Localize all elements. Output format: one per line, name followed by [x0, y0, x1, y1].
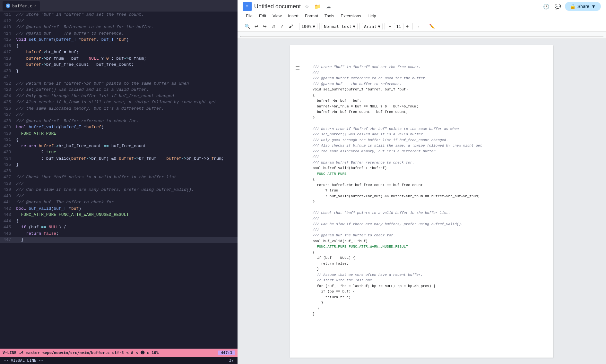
line-number: 418	[0, 55, 15, 62]
line-number: 416	[0, 43, 15, 49]
visual-line-label: -- VISUAL LINE --	[4, 358, 43, 363]
line-number: 412	[0, 18, 15, 24]
menu-help[interactable]: Help	[364, 12, 379, 20]
line-code: /// @param buf The buffer to reference.	[15, 30, 238, 37]
line-number: 420	[0, 68, 15, 74]
toolbar-divider-2	[319, 23, 320, 30]
line-code: ///	[15, 18, 238, 24]
line-code: /// @param buf The buffer to check for.	[15, 199, 238, 206]
redo-btn[interactable]: ↪	[261, 22, 269, 30]
code-table: 411/// Store "buf" in "bufref" and set t…	[0, 12, 238, 243]
gdocs-logo: ≡	[243, 2, 252, 11]
line-number: 425	[0, 99, 15, 106]
search-btn[interactable]: 🔍	[243, 22, 252, 30]
line-number: 437	[0, 174, 15, 181]
encoding: utf-8	[112, 351, 124, 355]
line-code: }	[15, 237, 238, 243]
cloud-button[interactable]: ☁	[325, 2, 332, 11]
style-value: Normal text	[324, 24, 351, 29]
gdocs-doc-title[interactable]: Untitled document	[254, 3, 301, 10]
line-number: 422	[0, 80, 15, 87]
font-size-increase-btn[interactable]: +	[404, 22, 411, 30]
menu-view[interactable]: View	[269, 12, 285, 20]
toolbar-divider-1	[297, 23, 297, 30]
line-number: 427	[0, 112, 15, 118]
folder-button[interactable]: 📁	[313, 2, 322, 11]
scroll-percent: 10%	[152, 351, 159, 355]
code-area[interactable]: 411/// Store "buf" in "bufref" and set t…	[0, 12, 238, 349]
sidebar-toggle[interactable]: ☰	[295, 64, 300, 72]
file-path: <epo/neovim/src/nvim/buffer.c	[42, 351, 110, 355]
menu-file[interactable]: File	[243, 12, 256, 20]
font-value: Arial	[364, 24, 377, 29]
menu-tools[interactable]: Tools	[321, 12, 337, 20]
line-code: /// the same allocated memory, but it's …	[15, 106, 238, 112]
print-btn[interactable]: 🖨	[269, 22, 278, 30]
line-number: 443	[0, 212, 15, 218]
font-size-decrease-btn[interactable]: −	[387, 22, 393, 30]
line-code: : buf_valid(bufref->br_buf) && bufref->b…	[15, 156, 238, 162]
tab-buffer-c[interactable]: G buffer.c ×	[3, 1, 40, 11]
line-code: void set_bufref(bufref_T *bufref, buf_T …	[15, 37, 238, 43]
font-size-select[interactable]: 11	[394, 23, 403, 30]
line-number: 436	[0, 168, 15, 174]
line-number: 447	[0, 237, 15, 243]
line-code: {	[15, 43, 238, 49]
font-select[interactable]: Arial ▼	[362, 23, 383, 30]
line-code: bufref->br_buf_free_count = buf_free_cou…	[15, 62, 238, 68]
menu-extensions[interactable]: Extensions	[337, 12, 364, 20]
font-chevron-icon: ▼	[378, 24, 380, 29]
line-code: {	[15, 137, 238, 143]
zoom-select[interactable]: 100% ▼	[299, 23, 317, 30]
line-number: 417	[0, 49, 15, 55]
gdocs-content-area[interactable]: ☰ /// Store "buf" in "bufref" and set th…	[238, 39, 606, 364]
comments-button[interactable]: 💬	[553, 2, 562, 11]
line-number: 444	[0, 218, 15, 224]
share-lock-icon: 🔒	[570, 4, 576, 9]
line-number: 431	[0, 137, 15, 143]
gdocs-toolbar: 🔍 ↩ ↪ 🖨 ✓ 🖌 100% ▼ Normal text ▼ Arial ▼…	[243, 21, 601, 31]
line-number: 439	[0, 187, 15, 193]
line-code: return false;	[15, 231, 238, 237]
spellcheck-btn[interactable]: ✓	[278, 22, 286, 30]
tab-close-button[interactable]: ×	[34, 4, 37, 8]
line-number: 430	[0, 131, 15, 137]
line-code: bufref->br_buf = buf;	[15, 49, 238, 55]
toolbar-divider-3	[359, 23, 360, 30]
menu-format[interactable]: Format	[302, 12, 321, 20]
line-code	[15, 74, 238, 80]
doc-content: /// Store "buf" in "bufref" and set the …	[313, 64, 531, 317]
more-toolbar-btn[interactable]: ⋮	[415, 22, 423, 30]
line-code: ///	[15, 112, 238, 118]
style-select[interactable]: Normal text ▼	[322, 23, 358, 30]
history-button[interactable]: 🕐	[542, 2, 551, 11]
line-number: 411	[0, 12, 15, 18]
line-code: return bufref->br_buf_free_count == buf_…	[15, 143, 238, 149]
line-code: FUNC_ATTR_PURE	[15, 131, 238, 137]
line-number: 414	[0, 30, 15, 37]
line-number: 441	[0, 199, 15, 206]
code-editor-panel: G buffer.c × 411/// Store "buf" in "bufr…	[0, 0, 238, 364]
line-code: /// Can be slow if there are many buffer…	[15, 187, 238, 193]
menu-insert[interactable]: Insert	[285, 12, 302, 20]
cursor-position: 447:1	[218, 351, 235, 355]
edit-mode-btn[interactable]: ✏️	[427, 22, 437, 30]
line-code: FUNC_ATTR_PURE FUNC_ATTR_WARN_UNUSED_RES…	[15, 212, 238, 218]
paint-format-btn[interactable]: 🖌	[287, 22, 295, 30]
line-code: bufref->br_fnum = buf == NULL ? 0 : buf-…	[15, 55, 238, 62]
star-button[interactable]: ☆	[303, 2, 310, 11]
gdocs-ruler	[238, 32, 606, 39]
gdocs-title-left: ≡ Untitled document ☆ 📁 ☁	[243, 2, 332, 11]
undo-btn[interactable]: ↩	[253, 22, 260, 30]
gdocs-page: ☰ /// Store "buf" in "bufref" and set th…	[290, 45, 553, 358]
line-number: 434	[0, 156, 15, 162]
menu-edit[interactable]: Edit	[256, 12, 269, 20]
line-code: /// Check that "buf" points to a valid b…	[15, 174, 238, 181]
line-code: /// @param bufref Buffer reference to ch…	[15, 118, 238, 124]
line-code: ///	[15, 193, 238, 199]
toolbar-divider-5	[412, 23, 413, 30]
share-button[interactable]: 🔒 Share ▼	[565, 2, 601, 11]
tab-bar: G buffer.c ×	[0, 0, 238, 12]
status-bar: V-LINE ⎇ master <epo/neovim/src/nvim/buf…	[0, 349, 238, 357]
toolbar-divider-6	[425, 23, 425, 30]
